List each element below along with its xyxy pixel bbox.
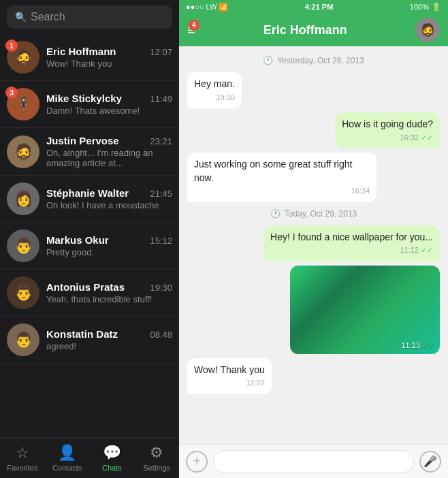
chat-list-item[interactable]: 🧔 1 Eric Hoffmann 12:07 Wow! Thank you xyxy=(0,34,179,81)
message-time: 11:12 xyxy=(400,245,419,255)
date-divider: 🕐Today, Oct 29, 2013 xyxy=(187,209,440,219)
favorites-icon: ☆ xyxy=(16,444,29,462)
avatar: 👨 xyxy=(7,323,39,356)
message-text: How is it going dude? xyxy=(342,118,433,129)
chat-preview: agreed! xyxy=(46,341,172,351)
message-time: 12:07 xyxy=(246,378,265,388)
chat-info: Eric Hoffmann 12:07 Wow! Thank you xyxy=(46,46,172,69)
check-marks: ✓✓ xyxy=(421,245,433,255)
search-label: Search xyxy=(31,11,65,23)
contact-avatar[interactable]: 🧔 xyxy=(415,18,440,42)
message-text: Just working on some great stuff right n… xyxy=(194,159,352,183)
chat-time: 12:07 xyxy=(150,47,172,57)
avatar-wrap: 👩 xyxy=(7,182,39,215)
chat-time: 11:49 xyxy=(150,94,172,104)
avatar-wrap: 🕴 3 xyxy=(7,88,39,121)
chat-name: Markus Okur xyxy=(46,234,109,246)
avatar-wrap: 👨 xyxy=(7,229,39,262)
chat-list-item[interactable]: 👨 Markus Okur 15:12 Pretty good. xyxy=(0,223,179,270)
nav-item-chats[interactable]: 💬 Chats xyxy=(90,444,135,472)
chats-label: Chats xyxy=(102,464,122,472)
chats-icon: 💬 xyxy=(103,444,121,462)
check-marks: ✓✓ xyxy=(422,341,434,350)
bottom-nav: ☆ Favorites 👤 Contacts 💬 Chats ⚙ Setting… xyxy=(0,437,179,478)
chat-info: Justin Pervose 23:21 Oh, alright... I'm … xyxy=(46,135,172,168)
messages-area: 🕐Yesterday, Oct 28, 2013 Hey man. 19:30 … xyxy=(179,46,448,444)
avatar-wrap: 👨 xyxy=(7,323,39,356)
chat-preview: Damn! Thats awesome! xyxy=(46,106,172,116)
image-time: 11:13 ✓✓ xyxy=(401,341,434,350)
chat-info: Stéphanie Walter 21:45 Oh look! I have a… xyxy=(46,187,172,210)
chat-contact-name: Eric Hoffmann xyxy=(195,23,415,37)
voice-message-button[interactable]: 🎤 xyxy=(419,451,441,473)
chat-preview: Yeah, thats incredible stuff! xyxy=(46,294,172,304)
search-bar[interactable]: 🔍 Search xyxy=(7,5,172,29)
chat-list-item[interactable]: 👨 Konstatin Datz 08.48 agreed! xyxy=(0,317,179,364)
status-signal: ●●○○ LW 📶 xyxy=(186,3,228,12)
status-battery: 100% 🔋 xyxy=(410,3,441,12)
contacts-icon: 👤 xyxy=(58,444,76,462)
chat-preview: Wow! Thank you xyxy=(46,59,172,69)
chat-time: 21:45 xyxy=(150,189,172,199)
nav-item-favorites[interactable]: ☆ Favorites xyxy=(0,444,45,472)
contacts-label: Contacts xyxy=(52,464,82,472)
avatar-wrap: 🧔 1 xyxy=(7,41,39,74)
search-icon: 🔍 xyxy=(15,12,27,22)
chat-list-item[interactable]: 👩 Stéphanie Walter 21:45 Oh look! I have… xyxy=(0,176,179,223)
chat-preview: Oh look! I have a moustache xyxy=(46,200,172,210)
status-time: 4:21 PM xyxy=(305,3,334,11)
avatar: 👨 xyxy=(7,276,39,309)
message-time: 16:34 xyxy=(351,186,370,196)
settings-icon: ⚙ xyxy=(150,444,163,462)
message-received: Just working on some great stuff right n… xyxy=(187,153,377,202)
chat-header: ≡ 4 Eric Hoffmann 🧔 xyxy=(179,14,448,46)
chat-name: Konstatin Datz xyxy=(46,328,118,340)
menu-button[interactable]: ≡ 4 xyxy=(187,22,195,38)
message-time: 16:32 xyxy=(400,133,419,143)
battery-icon: 🔋 xyxy=(432,3,441,12)
message-text: Hey man. xyxy=(194,78,235,89)
chat-name: Mike Stickylcky xyxy=(46,93,122,104)
chat-preview: Oh, alright... I'm reading an amazing ar… xyxy=(46,148,172,168)
chat-list-item[interactable]: 🧔 Justin Pervose 23:21 Oh, alright... I'… xyxy=(0,128,179,176)
status-bar: ●●○○ LW 📶 4:21 PM 100% 🔋 xyxy=(179,0,448,14)
chat-time: 23:21 xyxy=(150,136,172,146)
avatar: 🧔 xyxy=(7,136,39,168)
chat-name: Stéphanie Walter xyxy=(46,187,129,199)
image-placeholder: 11:13 ✓✓ xyxy=(290,266,440,354)
chat-name: Eric Hoffmann xyxy=(46,46,116,57)
image-message: 11:13 ✓✓ xyxy=(290,266,440,354)
message-received: Wow! Thank you 12:07 xyxy=(187,358,272,394)
nav-item-settings[interactable]: ⚙ Settings xyxy=(134,444,179,472)
left-panel: 🔍 Search 🧔 1 Eric Hoffmann 12:07 Wow! Th… xyxy=(0,0,179,478)
chat-time: 08.48 xyxy=(150,330,172,340)
message-time: 19:30 xyxy=(216,93,235,103)
message-sent: How is it going dude? 16:32 ✓✓ xyxy=(335,112,440,148)
clock-icon: 🕐 xyxy=(270,209,281,219)
check-marks: ✓✓ xyxy=(421,133,433,143)
right-panel: ●●○○ LW 📶 4:21 PM 100% 🔋 ≡ 4 Eric Hoffma… xyxy=(179,0,448,478)
chat-list: 🧔 1 Eric Hoffmann 12:07 Wow! Thank you 🕴… xyxy=(0,34,179,437)
unread-badge: 1 xyxy=(5,39,18,52)
unread-badge: 3 xyxy=(5,86,18,99)
add-attachment-button[interactable]: + xyxy=(186,451,208,473)
chat-list-item[interactable]: 👨 Antonius Pratas 19:30 Yeah, thats incr… xyxy=(0,270,179,317)
message-text: Hey! I found a nice wallpaper for you... xyxy=(270,232,433,242)
avatar: 👩 xyxy=(7,182,39,215)
nav-item-contacts[interactable]: 👤 Contacts xyxy=(45,444,90,472)
chat-info: Markus Okur 15:12 Pretty good. xyxy=(46,234,172,257)
message-received: Hey man. 19:30 xyxy=(187,72,242,108)
chat-list-item[interactable]: 🕴 3 Mike Stickylcky 11:49 Damn! Thats aw… xyxy=(0,81,179,128)
message-input[interactable] xyxy=(213,450,414,473)
message-text: Wow! Thank you xyxy=(194,364,265,375)
clock-icon: 🕐 xyxy=(263,56,273,65)
avatar-wrap: 🧔 xyxy=(7,136,39,168)
chat-name: Antonius Pratas xyxy=(46,281,125,293)
chat-preview: Pretty good. xyxy=(46,247,172,257)
menu-badge: 4 xyxy=(189,20,199,31)
date-divider: 🕐Yesterday, Oct 28, 2013 xyxy=(187,56,440,65)
chat-time: 19:30 xyxy=(150,283,172,293)
avatar: 👨 xyxy=(7,229,39,262)
message-sent: Hey! I found a nice wallpaper for you...… xyxy=(263,225,440,261)
chat-info: Antonius Pratas 19:30 Yeah, thats incred… xyxy=(46,281,172,304)
